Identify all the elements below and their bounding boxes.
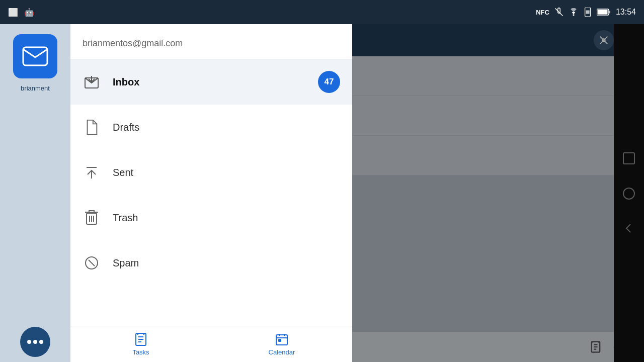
status-bar-left: ⬜ 🤖 [8,8,34,17]
tab-tasks[interactable]: Tasks [70,326,211,362]
drafts-icon [83,118,101,136]
calendar-tab-icon [275,332,289,346]
time-display: 13:54 [616,8,636,17]
svg-rect-14 [23,47,47,65]
drawer-account-email: brianmentos@gmail.com [83,38,340,49]
account-panel-bottom [20,327,50,357]
navigation-drawer: brianmentos@gmail.com Inbox 47 Drafts [70,24,352,362]
svg-rect-6 [609,11,610,14]
drawer-item-spam[interactable]: Spam [70,240,352,286]
account-username: brianment [21,84,50,92]
inbox-icon [83,73,101,91]
drawer-header: brianmentos@gmail.com [70,24,352,59]
spam-icon [83,254,101,272]
spam-label: Spam [113,257,340,269]
calendar-tab-label: Calendar [269,348,295,356]
status-bar: ⬜ 🤖 NFC [0,0,644,24]
more-accounts-button[interactable] [20,327,50,357]
svg-point-1 [573,14,574,16]
svg-line-24 [89,260,95,266]
drawer-item-sent[interactable]: Sent [70,150,352,195]
account-avatar[interactable] [13,34,57,78]
mute-icon [554,8,564,17]
svg-line-0 [555,9,562,16]
svg-rect-29 [276,335,287,345]
drawer-item-inbox[interactable]: Inbox 47 [70,59,352,105]
drafts-label: Drafts [113,122,340,133]
sent-label: Sent [113,167,340,178]
nfc-icon: NFC [536,9,549,16]
wifi-icon [569,8,579,16]
svg-rect-3 [586,10,589,14]
battery-icon [597,8,611,16]
trash-label: Trash [113,212,340,224]
drawer-bottom-tabs: Tasks Calendar [70,326,352,362]
trash-icon [83,209,101,227]
account-panel: brianment [0,24,70,362]
drawer-item-trash[interactable]: Trash [70,195,352,240]
tasks-tab-label: Tasks [132,348,149,356]
android-icon: 🤖 [24,8,34,17]
tab-calendar[interactable]: Calendar [211,326,352,362]
sent-icon [83,163,101,182]
inbox-badge: 47 [318,71,340,93]
tasks-tab-icon [134,332,148,346]
screenshot-icon: ⬜ [8,8,18,17]
status-bar-right: NFC 13:54 [536,8,636,17]
svg-rect-33 [279,339,281,341]
inbox-label: Inbox [113,76,306,88]
drawer-item-drafts[interactable]: Drafts [70,105,352,150]
sim-icon [584,8,592,17]
svg-rect-5 [597,10,607,15]
